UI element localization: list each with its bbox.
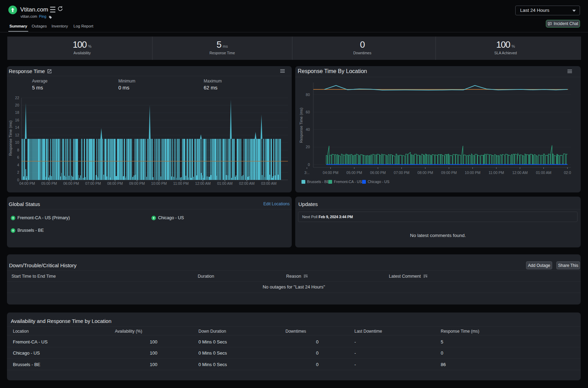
svg-text:20: 20 — [306, 145, 310, 149]
svg-text:06:00 PM: 06:00 PM — [370, 171, 386, 175]
svg-text:Response Time (ms): Response Time (ms) — [299, 108, 303, 143]
svg-text:07:00 PM: 07:00 PM — [394, 171, 409, 175]
svg-text:2: 2 — [17, 170, 19, 174]
svg-text:11:00 PM: 11:00 PM — [173, 181, 189, 185]
svg-text:01:00 AM: 01:00 AM — [217, 181, 233, 185]
svg-text:40: 40 — [306, 127, 310, 132]
svg-text:10:00 PM: 10:00 PM — [151, 181, 167, 185]
svg-text:12:00 AM: 12:00 AM — [512, 171, 527, 175]
svg-text:09:00 PM: 09:00 PM — [129, 181, 145, 185]
svg-text:03:00 AM: 03:00 AM — [261, 181, 276, 185]
svg-text:05:00 PM: 05:00 PM — [41, 181, 57, 185]
svg-text:0: 0 — [308, 163, 310, 167]
svg-text:07:00 PM: 07:00 PM — [85, 181, 101, 185]
svg-text:04:00 PM: 04:00 PM — [323, 171, 338, 175]
svg-text:14: 14 — [15, 125, 19, 129]
svg-text:16: 16 — [15, 118, 19, 122]
svg-text:8: 8 — [17, 148, 19, 152]
svg-text:06:00 PM: 06:00 PM — [63, 181, 79, 185]
svg-text:4: 4 — [17, 163, 19, 167]
svg-text:20: 20 — [15, 103, 19, 107]
svg-text:22: 22 — [15, 96, 19, 100]
svg-text:60: 60 — [306, 110, 310, 114]
svg-text:Response Time (ms): Response Time (ms) — [8, 120, 13, 156]
svg-text:Brussels - BE: Brussels - BE — [307, 180, 329, 184]
svg-text:08:00 PM: 08:00 PM — [417, 171, 433, 175]
svg-text:05:00 PM: 05:00 PM — [346, 171, 362, 175]
svg-text:02:00 AM: 02:00 AM — [239, 181, 254, 185]
svg-text:09:00 PM: 09:00 PM — [441, 171, 457, 175]
svg-text:10:00 PM: 10:00 PM — [465, 171, 480, 175]
svg-text:12: 12 — [15, 133, 19, 137]
svg-text:18: 18 — [15, 110, 19, 114]
svg-text:11:00 PM: 11:00 PM — [489, 171, 504, 175]
svg-text:01:00 AM: 01:00 AM — [536, 171, 551, 175]
svg-text:3:..: 3:.. — [304, 171, 309, 175]
svg-text:02:0: 02:0 — [564, 171, 571, 175]
svg-text:0: 0 — [17, 178, 19, 182]
svg-text:80: 80 — [306, 93, 310, 97]
svg-text:Fremont-CA - US: Fremont-CA - US — [334, 180, 362, 184]
svg-text:04:00 PM: 04:00 PM — [19, 181, 35, 185]
svg-text:08:00 PM: 08:00 PM — [107, 181, 123, 185]
svg-text:6: 6 — [17, 155, 19, 159]
svg-text:Chicago - US: Chicago - US — [368, 180, 389, 184]
svg-text:12:00 AM: 12:00 AM — [195, 181, 211, 185]
svg-text:10: 10 — [15, 140, 19, 144]
